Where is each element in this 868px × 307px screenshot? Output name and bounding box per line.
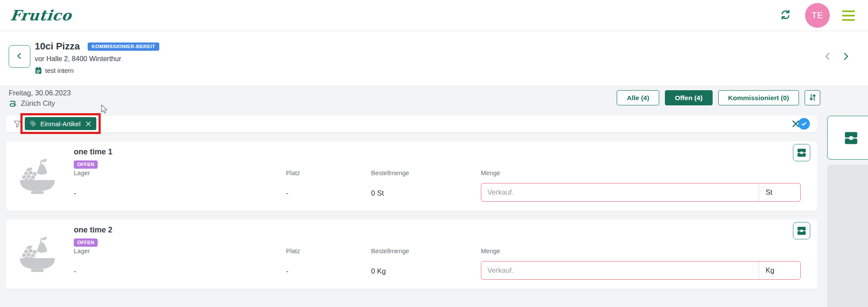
order-note-label: test intern bbox=[45, 67, 74, 74]
basket-icon bbox=[843, 130, 859, 146]
order-info: 10ci Pizza KOMMISSIONIER-BEREIT vor Hall… bbox=[35, 41, 159, 75]
route-icon bbox=[9, 99, 17, 108]
label-lager: Lager bbox=[74, 248, 90, 255]
order-pager bbox=[822, 51, 852, 62]
value-lager: - bbox=[74, 189, 76, 197]
basket-icon bbox=[796, 147, 807, 158]
sort-icon bbox=[808, 93, 817, 103]
menge-input[interactable] bbox=[481, 261, 759, 279]
chevron-right-icon bbox=[841, 51, 851, 63]
app-logo: Frutico bbox=[10, 7, 72, 24]
sort-button[interactable] bbox=[805, 90, 820, 105]
right-side-panel bbox=[827, 165, 868, 307]
filter-chip-label: Einmal-Artikel bbox=[40, 120, 81, 127]
back-button[interactable] bbox=[9, 45, 30, 68]
pick-article-button[interactable] bbox=[793, 144, 810, 161]
chip-close-button[interactable] bbox=[85, 121, 92, 127]
avatar[interactable]: TE bbox=[805, 3, 830, 28]
red-annotation-box: Einmal-Artikel bbox=[20, 113, 101, 134]
article-name: one time 1 bbox=[74, 147, 112, 157]
unit-label: St bbox=[759, 183, 800, 201]
label-bestellmenge: Bestellmenge bbox=[371, 170, 409, 176]
filter-chip-einmal-artikel[interactable]: Einmal-Artikel bbox=[25, 117, 96, 130]
article-card: one time 1 OFFEN Lager Platz Bestellmeng… bbox=[6, 141, 817, 211]
basket-icon bbox=[796, 225, 807, 236]
next-order-button[interactable] bbox=[840, 51, 852, 62]
menge-input-group: Kg bbox=[481, 261, 801, 280]
delivery-date: Freitag, 30.06.2023 bbox=[9, 89, 71, 97]
value-bestellmenge: 0 Kg bbox=[371, 267, 386, 275]
menge-input[interactable] bbox=[481, 183, 759, 201]
unit-label: Kg bbox=[759, 261, 800, 279]
article-status-badge: OFFEN bbox=[74, 160, 98, 169]
tour-row: Zürich City bbox=[9, 99, 71, 108]
filter-clear-group bbox=[791, 118, 810, 131]
clipboard-icon bbox=[35, 66, 42, 75]
date-block: Freitag, 30.06.2023 Zürich City bbox=[9, 89, 71, 108]
filter-bar: Einmal-Artikel bbox=[6, 116, 817, 132]
status-filter-buttons: Alle (4) Offen (4) Kommissioniert (0) bbox=[617, 90, 820, 105]
filter-alle-button[interactable]: Alle (4) bbox=[617, 90, 659, 105]
order-status-badge: KOMMISSIONIER-BEREIT bbox=[88, 42, 159, 51]
value-lager: - bbox=[74, 267, 76, 275]
refresh-icon bbox=[779, 9, 792, 22]
label-menge: Menge bbox=[481, 248, 500, 255]
fruit-bowl-placeholder-image bbox=[17, 157, 57, 195]
filter-offen-button[interactable]: Offen (4) bbox=[665, 90, 713, 105]
value-platz: - bbox=[286, 189, 289, 197]
value-platz: - bbox=[286, 267, 289, 275]
value-bestellmenge: 0 St bbox=[371, 189, 384, 197]
tour-name: Zürich City bbox=[21, 99, 55, 108]
chevron-left-icon bbox=[15, 51, 24, 62]
label-bestellmenge: Bestellmenge bbox=[371, 248, 409, 255]
pick-article-button[interactable] bbox=[793, 222, 810, 239]
topbar: Frutico TE bbox=[0, 0, 868, 31]
label-lager: Lager bbox=[74, 170, 90, 176]
article-name: one time 2 bbox=[74, 225, 112, 235]
article-status-badge: OFFEN bbox=[74, 238, 98, 247]
order-address: vor Halle 2, 8400 Winterthur bbox=[35, 55, 159, 63]
hamburger-icon bbox=[842, 10, 855, 12]
mouse-cursor bbox=[100, 104, 109, 114]
close-icon bbox=[85, 121, 92, 127]
tag-icon bbox=[30, 120, 36, 127]
article-card: one time 2 OFFEN Lager Platz Bestellmeng… bbox=[6, 219, 817, 289]
filter-kommissioniert-button[interactable]: Kommissioniert (0) bbox=[718, 90, 799, 105]
check-icon bbox=[801, 121, 807, 127]
prev-order-button[interactable] bbox=[822, 51, 833, 62]
filters-applied-button[interactable] bbox=[798, 118, 810, 130]
menu-button[interactable] bbox=[842, 10, 855, 21]
topbar-actions: TE bbox=[778, 3, 855, 28]
label-menge: Menge bbox=[481, 170, 500, 176]
refresh-button[interactable] bbox=[778, 8, 793, 23]
label-platz: Platz bbox=[286, 170, 300, 176]
order-header: 10ci Pizza KOMMISSIONIER-BEREIT vor Hall… bbox=[0, 31, 868, 85]
menge-input-group: St bbox=[481, 183, 801, 202]
chevron-left-icon bbox=[822, 51, 833, 63]
order-note: test intern bbox=[35, 66, 159, 75]
picking-basket-panel-button[interactable] bbox=[827, 116, 868, 160]
page-title: 10ci Pizza bbox=[35, 41, 80, 52]
label-platz: Platz bbox=[286, 248, 300, 255]
fruit-bowl-placeholder-image bbox=[17, 235, 57, 273]
